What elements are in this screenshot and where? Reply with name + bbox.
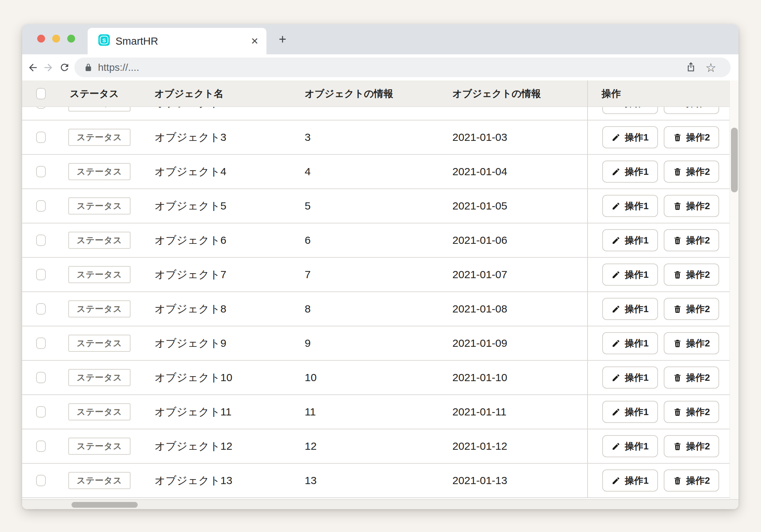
reload-button[interactable]: [57, 54, 72, 80]
actions-cell: 操作1 操作2: [587, 464, 730, 497]
table-row: ステータス オブジェクト4 4 2021-01-04 操作1 操作2: [22, 155, 730, 189]
close-tab-icon[interactable]: ✕: [251, 28, 259, 54]
action2-button[interactable]: 操作2: [664, 126, 719, 148]
back-button[interactable]: [25, 54, 41, 80]
action2-button[interactable]: 操作2: [664, 435, 719, 457]
table-row: ステータス オブジェクト10 10 2021-01-10 操作1 操作2: [22, 361, 730, 395]
row-checkbox[interactable]: [36, 166, 46, 177]
action1-button[interactable]: 操作1: [602, 332, 658, 354]
bookmark-star-icon[interactable]: ☆: [706, 61, 716, 74]
action2-button[interactable]: 操作2: [664, 298, 719, 320]
header-object-name: オブジェクト名: [154, 80, 224, 107]
action1-button[interactable]: 操作1: [602, 195, 658, 217]
status-badge: ステータス: [68, 266, 131, 283]
cell-object-info-1: 13: [305, 464, 316, 497]
horizontal-scrollbar[interactable]: [22, 499, 738, 509]
action1-button[interactable]: 操作1: [602, 263, 658, 286]
trash-icon: [673, 133, 682, 142]
cell-object-info-2: 2021-01-10: [452, 361, 507, 394]
action1-button[interactable]: 操作1: [602, 126, 658, 148]
pencil-icon: [612, 133, 620, 142]
action2-button[interactable]: 操作2: [664, 366, 719, 389]
row-checkbox[interactable]: [36, 269, 46, 280]
cell-object-info-2: 2021-01-04: [452, 155, 507, 188]
action2-button[interactable]: 操作2: [664, 332, 719, 354]
minimize-window-button[interactable]: [52, 35, 60, 43]
maximize-window-button[interactable]: [67, 35, 75, 43]
select-all-checkbox[interactable]: [36, 88, 46, 99]
sticky-column-divider: [587, 80, 588, 107]
horizontal-scrollbar-thumb[interactable]: [72, 502, 138, 508]
trash-icon: [673, 442, 682, 451]
smarthr-favicon: S: [98, 34, 110, 46]
vertical-scrollbar[interactable]: [730, 80, 738, 499]
action1-button[interactable]: 操作1: [602, 298, 658, 320]
action2-button[interactable]: 操作2: [664, 401, 719, 423]
table-row: ステータス オブジェクト6 6 2021-01-06 操作1 操作2: [22, 223, 730, 258]
cell-object-name: オブジェクト6: [154, 223, 226, 257]
status-badge: ステータス: [68, 300, 131, 317]
cell-object-info-1: 9: [305, 326, 311, 360]
row-checkbox[interactable]: [36, 303, 46, 315]
action1-button[interactable]: 操作1: [602, 401, 658, 423]
pencil-icon: [612, 202, 620, 211]
table-row: ステータス オブジェクト11 11 2021-01-11 操作1 操作2: [22, 395, 730, 429]
cell-object-info-1: 7: [305, 258, 311, 291]
cell-object-info-2: 2021-01-08: [452, 292, 507, 326]
cell-object-info-2: 2021-01-03: [452, 120, 507, 154]
action2-button[interactable]: 操作2: [664, 195, 719, 217]
trash-icon: [673, 270, 682, 279]
trash-icon: [673, 339, 682, 348]
cell-object-name: オブジェクト10: [154, 361, 232, 394]
action1-button[interactable]: 操作1: [602, 161, 658, 183]
share-icon[interactable]: [686, 61, 696, 74]
row-checkbox[interactable]: [36, 132, 46, 143]
action1-button[interactable]: 操作1: [602, 435, 658, 457]
action2-button[interactable]: 操作2: [664, 161, 719, 183]
url-text: https://....: [98, 62, 139, 73]
row-checkbox[interactable]: [36, 372, 46, 383]
action1-button[interactable]: 操作1: [602, 366, 658, 389]
table-row: ステータス オブジェクト7 7 2021-01-07 操作1 操作2: [22, 258, 730, 292]
cell-object-name: オブジェクト5: [154, 189, 226, 223]
row-checkbox[interactable]: [36, 235, 46, 246]
cell-object-info-1: 4: [305, 155, 311, 188]
new-tab-button[interactable]: +: [273, 24, 293, 54]
pencil-icon: [612, 373, 620, 382]
actions-cell: 操作1 操作2: [587, 223, 730, 257]
pencil-icon: [612, 408, 620, 417]
browser-tab[interactable]: S SmartHR ✕: [88, 28, 266, 54]
row-checkbox[interactable]: [36, 406, 46, 418]
action2-button[interactable]: 操作2: [664, 263, 719, 286]
cell-object-info-1: 6: [305, 223, 311, 257]
row-checkbox[interactable]: [36, 338, 46, 349]
action1-button[interactable]: 操作1: [602, 229, 658, 251]
actions-cell: 操作1 操作2: [587, 258, 730, 291]
trash-icon: [673, 167, 682, 176]
close-window-button[interactable]: [37, 35, 45, 43]
address-bar[interactable]: https://.... ☆: [74, 58, 731, 77]
row-checkbox[interactable]: [36, 200, 46, 212]
cell-object-info-2: 2021-01-06: [452, 223, 507, 257]
cell-object-name: オブジェクト13: [154, 464, 232, 497]
row-checkbox[interactable]: [36, 440, 46, 452]
pencil-icon: [612, 270, 620, 279]
cell-object-info-2: 2021-01-12: [452, 429, 507, 463]
browser-toolbar: https://.... ☆: [22, 54, 738, 80]
trash-icon: [673, 202, 682, 211]
status-badge: ステータス: [68, 129, 131, 146]
forward-button[interactable]: [40, 54, 56, 80]
action2-button[interactable]: 操作2: [664, 229, 719, 251]
cell-object-info-2: 2021-01-05: [452, 189, 507, 223]
status-badge: ステータス: [68, 403, 131, 420]
table-row: ステータス オブジェクト9 9 2021-01-09 操作1 操作2: [22, 326, 730, 361]
action2-button[interactable]: 操作2: [664, 469, 719, 492]
cell-object-info-1: 5: [305, 189, 311, 223]
actions-cell: 操作1 操作2: [587, 189, 730, 223]
action1-button[interactable]: 操作1: [602, 469, 658, 492]
header-status: ステータス: [70, 80, 119, 107]
vertical-scrollbar-thumb[interactable]: [731, 128, 738, 192]
cell-object-info-1: 12: [305, 429, 316, 463]
table-header-row: ステータス オブジェクト名 オブジェクトの情報 オブジェクトの情報 操作: [22, 80, 730, 107]
row-checkbox[interactable]: [36, 475, 46, 486]
